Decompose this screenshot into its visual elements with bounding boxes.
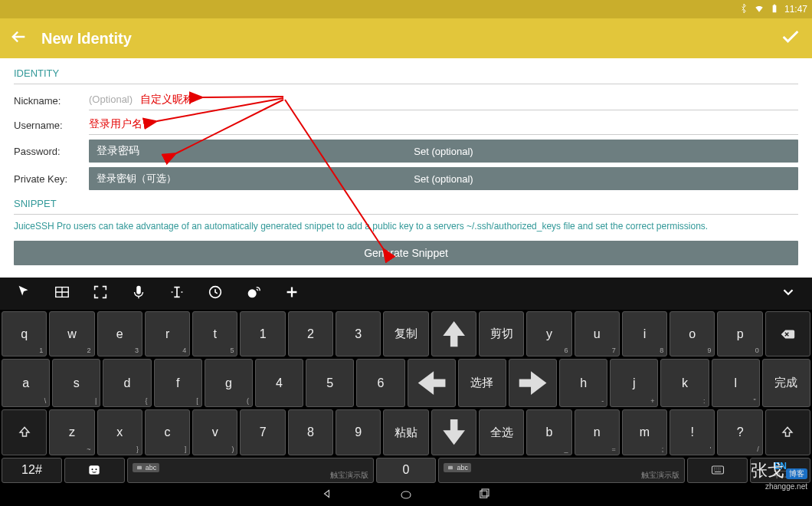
key-v[interactable]: v) [192,409,237,455]
mic-icon[interactable] [130,284,147,304]
key-d[interactable]: d{ [103,359,151,407]
text-cursor-icon[interactable] [169,284,185,304]
key-b[interactable]: b_ [526,409,571,455]
key-emoji[interactable] [64,458,125,483]
android-status-bar: 11:47 [0,0,812,18]
key-0[interactable]: 0 [376,458,437,483]
key-lang-toggle[interactable]: EN中… [750,458,810,483]
key-⇧[interactable] [765,409,810,455]
key-↓[interactable] [431,409,476,455]
key-switch-keyboard[interactable] [687,458,748,483]
key-z[interactable]: z~ [49,409,94,455]
key-space[interactable]: abc触宝演示版 [127,458,374,483]
key-选择[interactable]: 选择 [458,359,506,407]
section-snippet: SNIPPET [14,198,798,209]
svg-rect-17 [480,491,487,498]
privatekey-set-button[interactable]: 登录密钥（可选） Set (optional) [89,167,798,190]
svg-rect-0 [773,5,777,12]
battery-icon [769,3,780,16]
section-identity: IDENTITY [14,67,798,79]
key-8[interactable]: 8 [288,409,333,455]
grid-icon[interactable] [54,284,70,304]
password-set-button[interactable]: 登录密码 Set (optional) [89,140,798,163]
privatekey-button-label: Set (optional) [414,173,473,185]
key-x[interactable]: x} [97,409,142,455]
nickname-label: Nickname: [14,95,81,107]
privatekey-annotation: 登录密钥（可选） [89,172,176,186]
key-![interactable]: !' [670,409,715,455]
key-3[interactable]: 3 [336,311,381,356]
key-↑[interactable] [431,311,476,356]
key-h[interactable]: h- [559,359,607,407]
username-annotation: 登录用户名 [89,117,142,131]
key-p[interactable]: p0 [717,311,762,356]
key-⌫[interactable] [765,311,810,356]
key-全选[interactable]: 全选 [479,409,524,455]
key-粘贴[interactable]: 粘贴 [383,409,428,455]
key-space[interactable]: abc触宝演示版 [438,458,685,483]
key-w[interactable]: w2 [49,311,94,356]
plus-icon[interactable] [283,284,300,304]
nav-home-icon[interactable] [398,487,414,504]
key-l[interactable]: l" [712,359,760,407]
svg-point-12 [92,469,93,471]
key-4[interactable]: 4 [255,359,303,407]
username-input[interactable]: 登录用户名 [89,115,798,135]
cursor-icon[interactable] [15,284,32,304]
key-j[interactable]: j+ [610,359,658,407]
svg-rect-1 [774,4,775,5]
ime-toolbar [0,278,812,310]
password-annotation: 登录密码 [89,144,139,158]
nav-back-icon[interactable] [319,487,336,504]
form-content: IDENTITY Nickname: (Optional) 自定义昵称 User… [0,58,812,265]
key-o[interactable]: o9 [670,311,715,356]
key-⇧[interactable] [2,409,47,455]
key-f[interactable]: f[ [154,359,202,407]
key-r[interactable]: r4 [145,311,190,356]
nickname-input[interactable]: (Optional) 自定义昵称 [89,90,798,110]
key-完成[interactable]: 完成 [762,359,810,407]
key-n[interactable]: n= [575,409,620,455]
app-bar: New Identity [0,18,812,58]
password-button-label: Set (optional) [414,146,473,157]
key-q[interactable]: q1 [2,311,47,356]
key-m[interactable]: m; [622,409,667,455]
nickname-annotation: 自定义昵称 [140,93,194,107]
bluetooth-icon [738,3,749,16]
key-6[interactable]: 6 [356,359,404,407]
key-c[interactable]: c] [145,409,190,455]
key-u[interactable]: u7 [575,311,620,356]
fullscreen-icon[interactable] [92,284,109,304]
key-2[interactable]: 2 [288,311,333,356]
back-icon[interactable] [11,28,28,48]
key-←[interactable] [408,359,456,407]
key-?[interactable]: ?/ [717,409,762,455]
username-label: Username: [14,120,81,131]
nav-recent-icon[interactable] [476,487,493,504]
key-剪切[interactable]: 剪切 [479,311,524,356]
key-→[interactable] [509,359,557,407]
key-5[interactable]: 5 [306,359,354,407]
key-t[interactable]: t5 [192,311,237,356]
key-复制[interactable]: 复制 [383,311,428,356]
key-a[interactable]: a\ [2,359,50,407]
nickname-placeholder: (Optional) [89,94,133,105]
weibo-icon[interactable] [245,284,262,304]
key-g[interactable]: g( [205,359,253,407]
android-nav-bar [0,485,812,506]
svg-rect-11 [90,466,100,475]
svg-rect-18 [482,489,489,496]
key-i[interactable]: i8 [622,311,667,356]
generate-snippet-button[interactable]: Generate Snippet [14,241,798,265]
key-s[interactable]: s| [52,359,100,407]
key-y[interactable]: y6 [526,311,571,356]
key-1[interactable]: 1 [240,311,285,356]
key-k[interactable]: k: [660,359,709,407]
clock-icon[interactable] [207,284,224,304]
chevron-down-icon[interactable] [780,284,797,304]
confirm-icon[interactable] [780,26,801,51]
key-12#[interactable]: 12# [2,458,62,483]
key-e[interactable]: e3 [97,311,142,356]
key-7[interactable]: 7 [240,409,285,455]
key-9[interactable]: 9 [336,409,381,455]
